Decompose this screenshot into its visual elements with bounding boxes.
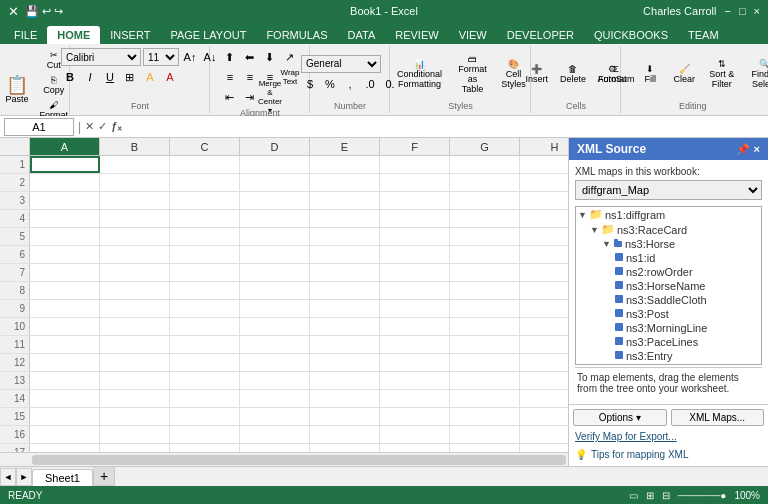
cell[interactable] xyxy=(310,264,380,281)
align-left-btn[interactable]: ≡ xyxy=(221,68,239,86)
cell[interactable] xyxy=(100,264,170,281)
cell[interactable] xyxy=(240,300,310,317)
conditional-formatting-btn[interactable]: 📊 Conditional Formatting xyxy=(392,56,448,92)
cell[interactable] xyxy=(380,246,450,263)
cell[interactable] xyxy=(240,282,310,299)
cell[interactable] xyxy=(100,192,170,209)
decimal-increase-btn[interactable]: .0 xyxy=(361,75,379,93)
col-header-h[interactable]: H xyxy=(520,138,568,155)
cell[interactable] xyxy=(30,336,100,353)
tree-item[interactable]: ns3:SaddleCloth xyxy=(576,293,761,307)
cell[interactable] xyxy=(240,192,310,209)
cell[interactable] xyxy=(30,300,100,317)
cell[interactable] xyxy=(30,372,100,389)
cell[interactable] xyxy=(520,174,568,191)
align-middle-btn[interactable]: ⬅ xyxy=(241,48,259,66)
cell[interactable] xyxy=(170,372,240,389)
tab-file[interactable]: FILE xyxy=(4,26,47,44)
cell[interactable] xyxy=(520,282,568,299)
tab-view[interactable]: VIEW xyxy=(449,26,497,44)
cell[interactable] xyxy=(380,336,450,353)
cell[interactable] xyxy=(450,426,520,443)
verify-map-link[interactable]: Verify Map for Export... xyxy=(573,430,764,443)
clear-btn[interactable]: 🧹 Clear xyxy=(668,61,700,87)
comma-btn[interactable]: , xyxy=(341,75,359,93)
cell[interactable] xyxy=(520,426,568,443)
zoom-slider[interactable]: ──────● xyxy=(678,490,727,501)
indent-increase-btn[interactable]: ⇥ xyxy=(241,88,259,106)
font-increase-btn[interactable]: A↑ xyxy=(181,48,199,66)
horizontal-scrollbar[interactable] xyxy=(0,452,568,466)
tab-formulas[interactable]: FORMULAS xyxy=(256,26,337,44)
add-sheet-button[interactable]: + xyxy=(93,466,115,486)
cell[interactable] xyxy=(100,228,170,245)
tree-item[interactable]: ns3:Entry xyxy=(576,349,761,363)
cell[interactable] xyxy=(30,174,100,191)
cell[interactable] xyxy=(310,390,380,407)
cell[interactable] xyxy=(380,390,450,407)
cell[interactable] xyxy=(100,372,170,389)
delete-cells-btn[interactable]: 🗑 Delete xyxy=(555,61,591,87)
cell[interactable] xyxy=(380,210,450,227)
tree-item[interactable]: ns3:HorseName xyxy=(576,279,761,293)
minimize-btn[interactable]: − xyxy=(724,5,730,17)
cell[interactable] xyxy=(100,156,170,173)
xml-panel-pin-btn[interactable]: 📌 xyxy=(736,143,750,156)
format-as-table-btn[interactable]: 🗃 Format as Table xyxy=(451,51,493,97)
cell[interactable] xyxy=(170,318,240,335)
autosum-btn[interactable]: Σ AutoSum xyxy=(600,61,633,87)
cell[interactable] xyxy=(100,282,170,299)
cell[interactable] xyxy=(240,354,310,371)
cell[interactable] xyxy=(170,426,240,443)
cell[interactable] xyxy=(380,282,450,299)
sort-filter-btn[interactable]: ⇅ Sort & Filter xyxy=(702,56,741,92)
cell[interactable] xyxy=(450,282,520,299)
tree-expand-icon[interactable]: ▼ xyxy=(602,239,611,249)
cell[interactable] xyxy=(240,336,310,353)
orientation-btn[interactable]: ↗ xyxy=(281,48,299,66)
tree-item[interactable]: ns2:rowOrder xyxy=(576,265,761,279)
cell[interactable] xyxy=(170,174,240,191)
align-bottom-btn[interactable]: ⬇ xyxy=(261,48,279,66)
cell[interactable] xyxy=(170,390,240,407)
cell[interactable] xyxy=(170,210,240,227)
cell[interactable] xyxy=(100,318,170,335)
cell[interactable] xyxy=(310,300,380,317)
cell[interactable] xyxy=(100,210,170,227)
maximize-btn[interactable]: □ xyxy=(739,5,746,17)
cancel-formula-icon[interactable]: ✕ xyxy=(85,120,94,133)
cell[interactable] xyxy=(450,156,520,173)
name-box[interactable] xyxy=(4,118,74,136)
cell[interactable] xyxy=(100,300,170,317)
cell[interactable] xyxy=(310,174,380,191)
tree-expand-icon[interactable]: ▼ xyxy=(590,225,599,235)
cell[interactable] xyxy=(170,192,240,209)
cell[interactable] xyxy=(170,408,240,425)
xml-options-button[interactable]: Options ▾ xyxy=(573,409,667,426)
cell[interactable] xyxy=(450,390,520,407)
cell[interactable] xyxy=(450,408,520,425)
cell[interactable] xyxy=(30,444,100,452)
tree-item[interactable]: ns3:Scratch xyxy=(576,363,761,365)
cell[interactable] xyxy=(380,444,450,452)
cell[interactable] xyxy=(170,282,240,299)
cell[interactable] xyxy=(450,444,520,452)
xml-tip-row[interactable]: 💡 Tips for mapping XML xyxy=(573,447,764,462)
cell[interactable] xyxy=(450,210,520,227)
sheet-nav-left[interactable]: ◄ xyxy=(0,468,16,486)
cell[interactable] xyxy=(240,318,310,335)
cell[interactable] xyxy=(30,264,100,281)
cell[interactable] xyxy=(30,210,100,227)
cell[interactable] xyxy=(100,336,170,353)
fill-color-button[interactable]: A xyxy=(141,68,159,86)
xml-tree[interactable]: ▼📁ns1:diffgram▼📁ns3:RaceCard▼ns3:Horsens… xyxy=(575,206,762,365)
cell[interactable] xyxy=(30,354,100,371)
tab-page-layout[interactable]: PAGE LAYOUT xyxy=(160,26,256,44)
cell[interactable] xyxy=(30,390,100,407)
normal-view-btn[interactable]: ▭ xyxy=(629,490,638,501)
wrap-text-btn[interactable]: Wrap Text xyxy=(281,68,299,86)
font-family-select[interactable]: Calibri xyxy=(61,48,141,66)
tree-item[interactable]: ns3:PaceLines xyxy=(576,335,761,349)
cell[interactable] xyxy=(380,156,450,173)
tab-insert[interactable]: INSERT xyxy=(100,26,160,44)
